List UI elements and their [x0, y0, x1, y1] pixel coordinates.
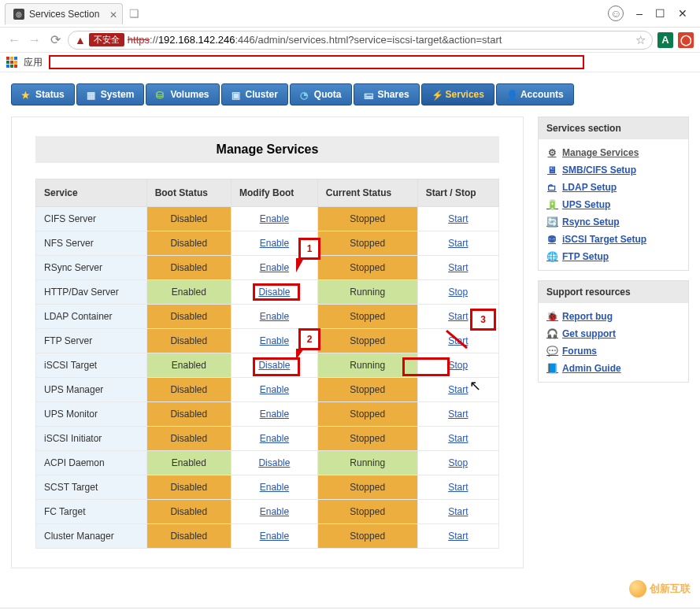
table-row: RSync ServerDisabledEnableStoppedStart: [36, 256, 499, 280]
link-ftp-setup[interactable]: 🌐FTP Setup: [539, 248, 688, 265]
cell-current-status: Stopped: [317, 427, 417, 451]
start-stop-link[interactable]: Start: [448, 335, 468, 346]
modify-boot-link[interactable]: Enable: [260, 262, 289, 273]
modify-boot-link[interactable]: Enable: [260, 238, 289, 249]
cell-modify-boot: Enable: [231, 378, 318, 402]
start-stop-link[interactable]: Start: [448, 433, 468, 444]
link-ldap-setup[interactable]: 🗀LDAP Setup: [539, 179, 688, 196]
profile-avatar-icon[interactable]: ☺: [608, 6, 624, 21]
start-stop-link[interactable]: Start: [448, 262, 468, 273]
table-row: UPS ManagerDisabledEnableStoppedStart: [36, 378, 499, 402]
nav-shares[interactable]: 🖴Shares: [354, 83, 420, 105]
support-resources-panel: Support resources 🐞Report bug 🎧Get suppo…: [538, 280, 689, 383]
modify-boot-link[interactable]: Enable: [260, 384, 289, 395]
new-tab-button[interactable]: ❏: [129, 7, 139, 20]
nav-volumes[interactable]: ⛁Volumes: [146, 83, 219, 105]
cell-service: ACPI Daemon: [36, 451, 147, 475]
cell-service: LDAP Container: [36, 305, 147, 329]
modify-boot-link[interactable]: Enable: [260, 311, 289, 322]
nav-status[interactable]: ★Status: [11, 83, 75, 105]
bookmark-star-icon[interactable]: ☆: [635, 33, 646, 47]
window-minimize-button[interactable]: –: [636, 7, 643, 20]
link-report-bug[interactable]: 🐞Report bug: [539, 308, 688, 325]
watermark-logo-icon: [629, 580, 646, 597]
nav-quota[interactable]: ◔Quota: [290, 83, 352, 105]
tab-favicon: ◎: [13, 9, 24, 20]
tab-title: Services Section: [29, 9, 99, 20]
start-stop-link[interactable]: Stop: [448, 457, 468, 468]
modify-boot-link[interactable]: Enable: [260, 531, 289, 542]
nav-accounts[interactable]: 👤Accounts: [496, 83, 574, 105]
extension-a-icon[interactable]: A: [657, 32, 673, 48]
link-smb-setup[interactable]: 🖥SMB/CIFS Setup: [539, 161, 688, 179]
start-stop-link[interactable]: Start: [448, 531, 468, 542]
cell-modify-boot: Disable: [231, 451, 318, 475]
main-panel: Manage Services Service Boot Status Modi…: [11, 117, 524, 568]
window-close-button[interactable]: ✕: [678, 7, 687, 20]
apps-label[interactable]: 应用: [24, 56, 43, 69]
modify-boot-link[interactable]: Enable: [260, 213, 289, 224]
link-rsync-setup[interactable]: 🔄Rsync Setup: [539, 213, 688, 231]
cell-modify-boot: Enable: [231, 329, 318, 353]
nav-system[interactable]: ▦System: [76, 83, 145, 105]
cell-start-stop: Stop: [417, 451, 498, 475]
col-service: Service: [36, 179, 147, 207]
cell-boot-status: Disabled: [146, 524, 231, 549]
modify-boot-link[interactable]: Enable: [260, 433, 289, 444]
modify-boot-link[interactable]: Enable: [260, 335, 289, 346]
cell-service: FC Target: [36, 500, 147, 524]
chat-icon: 💬: [546, 346, 557, 357]
start-stop-link[interactable]: Start: [448, 384, 468, 395]
nav-cluster[interactable]: ▣Cluster: [221, 83, 288, 105]
modify-boot-link[interactable]: Disable: [258, 287, 290, 298]
cell-service: iSCSI Target: [36, 353, 147, 378]
table-row: FTP ServerDisabledEnableStoppedStart: [36, 329, 499, 353]
link-manage-services[interactable]: ⚙Manage Services: [539, 144, 688, 161]
table-row: SCST TargetDisabledEnableStoppedStart: [36, 475, 499, 500]
forward-button[interactable]: →: [27, 33, 43, 47]
link-iscsi-setup[interactable]: ⛃iSCSI Target Setup: [539, 231, 688, 248]
cell-modify-boot: Enable: [231, 256, 318, 280]
start-stop-link[interactable]: Start: [448, 238, 468, 249]
services-section-panel: Services section ⚙Manage Services 🖥SMB/C…: [538, 117, 689, 271]
start-stop-link[interactable]: Start: [448, 213, 468, 224]
start-stop-link[interactable]: Stop: [448, 360, 468, 371]
modify-boot-link[interactable]: Enable: [260, 409, 289, 420]
start-stop-link[interactable]: Start: [448, 311, 468, 322]
cell-service: SCST Target: [36, 475, 147, 500]
volumes-icon: ⛁: [156, 90, 165, 99]
modify-boot-link[interactable]: Enable: [260, 482, 289, 493]
nav-services[interactable]: ⚡Services: [421, 83, 494, 105]
cell-modify-boot: Enable: [231, 500, 318, 524]
link-admin-guide[interactable]: 📘Admin Guide: [539, 360, 688, 377]
col-boot-status: Boot Status: [146, 179, 231, 207]
shares-icon: 🖴: [364, 90, 373, 99]
link-ups-setup[interactable]: 🔋UPS Setup: [539, 196, 688, 213]
cell-current-status: Running: [317, 451, 417, 475]
accounts-icon: 👤: [506, 90, 516, 99]
modify-boot-link[interactable]: Disable: [258, 457, 290, 468]
modify-boot-link[interactable]: Disable: [258, 360, 290, 371]
cell-boot-status: Enabled: [146, 451, 231, 475]
cell-modify-boot: Enable: [231, 305, 318, 329]
start-stop-link[interactable]: Stop: [448, 287, 468, 298]
start-stop-link[interactable]: Start: [448, 506, 468, 517]
start-stop-link[interactable]: Start: [448, 482, 468, 493]
extension-o-icon[interactable]: ◯: [678, 32, 694, 48]
browser-tab[interactable]: ◎ Services Section ✕: [5, 3, 123, 24]
reload-button[interactable]: ⟳: [47, 32, 63, 47]
cell-start-stop: Start: [417, 207, 498, 231]
cell-current-status: Stopped: [317, 256, 417, 280]
start-stop-link[interactable]: Start: [448, 409, 468, 420]
apps-icon[interactable]: [6, 57, 17, 68]
tab-close-icon[interactable]: ✕: [109, 9, 117, 20]
link-get-support[interactable]: 🎧Get support: [539, 325, 688, 342]
back-button[interactable]: ←: [6, 33, 22, 47]
link-forums[interactable]: 💬Forums: [539, 342, 688, 360]
gear-icon: ⚙: [546, 147, 557, 158]
modify-boot-link[interactable]: Enable: [260, 506, 289, 517]
window-maximize-button[interactable]: ☐: [655, 7, 665, 20]
cell-boot-status: Enabled: [146, 353, 231, 378]
cell-modify-boot: Enable: [231, 524, 318, 549]
address-bar[interactable]: ▲ 不安全 https://192.168.142.246:446/admin/…: [68, 31, 653, 50]
